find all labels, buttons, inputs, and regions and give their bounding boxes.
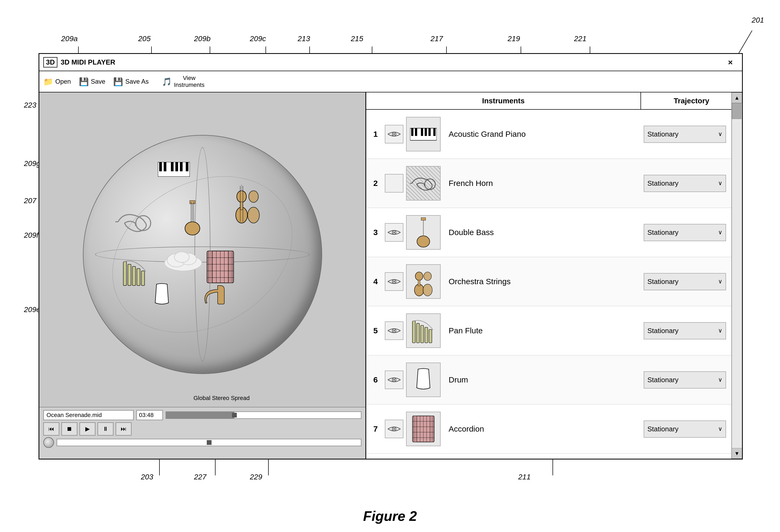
svg-rect-93	[425, 327, 428, 343]
instrument-name: Acoustic Grand Piano	[445, 129, 644, 139]
save-button[interactable]: 💾 Save	[79, 77, 105, 86]
progress-bar[interactable]	[165, 412, 361, 419]
svg-rect-72	[428, 128, 431, 136]
pan-flute-on-sphere[interactable]	[122, 256, 149, 291]
svg-rect-49	[128, 264, 131, 285]
trajectory-value: Stationary	[647, 228, 679, 237]
cloud-on-sphere[interactable]	[162, 247, 204, 274]
eye-button[interactable]	[385, 420, 403, 438]
svg-point-47	[174, 252, 189, 262]
piano-on-sphere[interactable]	[158, 162, 190, 180]
svg-rect-67	[410, 128, 437, 140]
spread-thumb[interactable]	[207, 440, 211, 445]
guitar-on-sphere[interactable]	[182, 199, 203, 240]
accordion-on-sphere[interactable]	[206, 250, 235, 288]
instrument-icon-box	[406, 363, 441, 397]
spread-bar[interactable]	[57, 439, 361, 446]
title-bar: 3D 3D MIDI PLAYER ×	[39, 54, 742, 71]
instrument-name: Orchestra Strings	[445, 277, 644, 286]
title-close-button[interactable]: ×	[728, 58, 733, 67]
ref-209f: 209f	[24, 231, 39, 240]
ref-215: 215	[351, 35, 363, 43]
svg-rect-28	[186, 162, 188, 171]
dropdown-arrow-icon: ∨	[718, 425, 722, 432]
ref-203: 203	[141, 473, 153, 481]
violin-on-sphere[interactable]	[230, 183, 264, 229]
save-as-button[interactable]: 💾 Save As	[113, 77, 149, 86]
play-button[interactable]: ▶	[80, 422, 95, 436]
scroll-track	[732, 103, 742, 448]
table-row: 5 Pan Flute Stationary	[366, 306, 731, 355]
scroll-up-button[interactable]: ▲	[732, 93, 742, 103]
eye-button[interactable]	[385, 125, 403, 144]
save-as-icon: 💾	[113, 77, 123, 86]
trajectory-dropdown[interactable]: Stationary ∨	[644, 273, 726, 290]
folder-icon: 📁	[43, 77, 53, 86]
svg-point-40	[248, 207, 259, 223]
svg-rect-69	[415, 128, 417, 136]
open-button[interactable]: 📁 Open	[43, 77, 71, 86]
instrument-name: Accordion	[445, 424, 644, 433]
instrument-number: 3	[369, 228, 382, 237]
trajectory-value: Stationary	[647, 425, 679, 433]
trajectory-dropdown[interactable]: Stationary ∨	[644, 420, 726, 438]
scroll-down-button[interactable]: ▼	[732, 448, 742, 459]
svg-rect-25	[171, 162, 174, 171]
eye-button[interactable]	[385, 174, 403, 193]
view-instruments-button[interactable]: 🎵 View Instruments	[162, 74, 204, 89]
eye-button[interactable]	[385, 371, 403, 389]
trajectory-dropdown[interactable]: Stationary ∨	[644, 175, 726, 192]
trajectory-dropdown[interactable]: Stationary ∨	[644, 371, 726, 388]
scroll-thumb[interactable]	[732, 103, 741, 119]
instrument-number: 6	[369, 375, 382, 384]
pipe-on-sphere[interactable]	[204, 284, 226, 309]
stop-button[interactable]: ⏹	[61, 422, 77, 436]
eye-button[interactable]	[385, 223, 403, 242]
3d-sphere	[83, 135, 322, 374]
ref-217: 217	[431, 35, 443, 43]
ref-209c: 209c	[250, 35, 266, 43]
instrument-name: Pan Flute	[445, 326, 644, 335]
fast-forward-button[interactable]: ⏭	[115, 422, 132, 436]
progress-thumb[interactable]	[232, 413, 237, 418]
eye-icon	[387, 425, 401, 433]
svg-point-41	[249, 191, 258, 202]
trajectory-dropdown[interactable]: Stationary ∨	[644, 126, 726, 143]
right-header: Instruments Trajectory ×	[366, 93, 742, 110]
progress-fill	[166, 412, 234, 418]
figure-label: Figure 2	[363, 508, 417, 524]
ref-201: 201	[751, 16, 764, 24]
ref-211: 211	[518, 473, 531, 481]
svg-rect-80	[421, 217, 426, 220]
svg-rect-26	[176, 162, 178, 171]
svg-rect-71	[425, 128, 427, 136]
eye-button[interactable]	[385, 272, 403, 291]
svg-point-42	[136, 216, 151, 230]
horn-on-sphere[interactable]	[115, 207, 153, 240]
trajectory-column-header: Trajectory	[641, 93, 742, 109]
rewind-button[interactable]: ⏮	[43, 422, 59, 436]
table-row: 3 Double Bass Stationary ∨	[366, 208, 731, 257]
drum-on-sphere[interactable]	[151, 281, 173, 312]
eye-button[interactable]	[385, 321, 403, 340]
svg-point-87	[424, 272, 432, 280]
instrument-icon-box	[406, 264, 441, 299]
title-3d-badge: 3D	[43, 57, 57, 67]
pause-button[interactable]: ⏸	[98, 422, 113, 436]
instrument-number: 5	[369, 326, 382, 335]
svg-rect-22	[158, 162, 190, 177]
right-scrollbar: ▲ ▼	[731, 93, 742, 459]
svg-rect-68	[411, 128, 413, 136]
trajectory-dropdown[interactable]: Stationary ∨	[644, 322, 726, 339]
dropdown-arrow-icon: ∨	[718, 180, 722, 187]
table-row: 6 Drum Stationary ∨	[366, 355, 731, 405]
ref-221: 221	[574, 35, 587, 43]
volume-knob[interactable]	[43, 437, 54, 448]
svg-point-98	[393, 428, 395, 430]
trajectory-dropdown[interactable]: Stationary ∨	[644, 224, 726, 241]
save-as-label: Save As	[125, 78, 149, 85]
diagram-container: 201 209a 205 209b 209c 213 215 217 219 2…	[0, 0, 780, 532]
app-window: 3D 3D MIDI PLAYER × 📁 Open 💾 Save 💾 Save…	[39, 53, 743, 460]
svg-rect-85	[418, 280, 420, 286]
svg-rect-73	[433, 128, 436, 136]
